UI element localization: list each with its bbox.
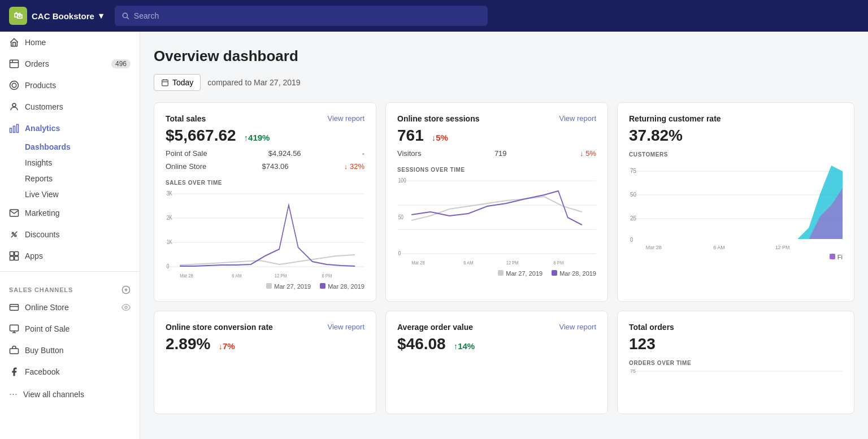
store-logo[interactable]: 🛍 CAC Bookstore ▾ <box>9 7 103 25</box>
customers-chart: 75 50 25 0 Mar 28 6 AM 12 PM <box>629 160 843 250</box>
dashboard-grid: Total sales View report $5,667.62 ↑419% … <box>154 102 854 302</box>
conversion-change: ↓7% <box>218 341 235 351</box>
buy-button-label: Buy Button <box>25 346 64 355</box>
home-label: Home <box>25 38 46 47</box>
orders-chart-label: ORDERS OVER TIME <box>629 360 843 366</box>
products-label: Products <box>25 81 56 90</box>
svg-rect-9 <box>14 126 15 132</box>
calendar-icon <box>161 79 169 86</box>
shopify-icon: 🛍 <box>9 7 27 25</box>
svg-text:Mar 28: Mar 28 <box>646 245 662 250</box>
orders-chart-preview: 75 <box>629 368 843 402</box>
svg-text:0: 0 <box>167 263 170 270</box>
returning-legend: Fi <box>629 254 843 260</box>
sessions-change: ↓5% <box>432 133 448 142</box>
sessions-header: Online store sessions View report <box>397 114 596 123</box>
svg-text:100: 100 <box>398 177 406 184</box>
customers-label: Customers <box>25 102 63 111</box>
sessions-chart-label: SESSIONS OVER TIME <box>397 167 596 173</box>
discounts-label: Discounts <box>25 230 59 239</box>
date-button[interactable]: Today <box>154 74 201 91</box>
svg-rect-15 <box>10 252 14 256</box>
total-sales-header: Total sales View report <box>166 114 364 123</box>
svg-rect-27 <box>162 80 168 86</box>
pos-label: Point of Sale <box>166 149 207 158</box>
sidebar-item-point-of-sale[interactable]: Point of Sale <box>0 318 140 340</box>
ellipsis-icon: ··· <box>9 388 18 400</box>
top-navigation: 🛍 CAC Bookstore ▾ <box>0 0 868 32</box>
svg-text:25: 25 <box>630 215 637 221</box>
os-change: ↓ 32% <box>344 162 364 171</box>
sidebar-item-online-store[interactable]: Online Store <box>0 297 140 318</box>
conversion-view-report[interactable]: View report <box>327 323 364 331</box>
svg-text:50: 50 <box>630 192 637 198</box>
search-icon <box>121 12 129 20</box>
facebook-label: Facebook <box>25 367 59 376</box>
svg-text:6 AM: 6 AM <box>232 272 241 279</box>
svg-rect-8 <box>10 128 12 133</box>
svg-point-13 <box>15 235 16 237</box>
svg-rect-17 <box>10 257 14 260</box>
sidebar-sub-reports[interactable]: Reports <box>25 171 140 186</box>
sessions-view-report[interactable]: View report <box>559 114 596 123</box>
svg-text:50: 50 <box>398 214 403 220</box>
sidebar-item-home[interactable]: Home <box>0 32 140 53</box>
sidebar-item-orders[interactable]: Orders 496 <box>0 53 140 75</box>
total-orders-title: Total orders <box>629 323 674 332</box>
conversion-rate-card: Online store conversion rate View report… <box>154 311 376 414</box>
sidebar-sub-dashboards[interactable]: Dashboards <box>25 139 140 155</box>
discounts-icon <box>9 229 19 240</box>
svg-rect-26 <box>10 349 19 354</box>
sales-channels-title: SALES CHANNELS <box>9 286 73 293</box>
pos-change: - <box>362 149 364 158</box>
svg-point-7 <box>12 103 16 107</box>
customers-chart-label: CUSTOMERS <box>629 151 843 158</box>
analytics-label: Analytics <box>25 124 60 133</box>
sidebar-item-marketing[interactable]: Marketing <box>0 202 140 224</box>
total-sales-title: Total sales <box>166 114 206 123</box>
sales-chart: 3K 2K 1K 0 Mar 28 6 AM 12 PM 6 PM <box>166 188 364 279</box>
search-input[interactable] <box>134 11 481 20</box>
svg-text:Mar 28: Mar 28 <box>180 272 193 279</box>
total-orders-header: Total orders <box>629 323 843 332</box>
compared-text: compared to Mar 27, 2019 <box>207 78 300 87</box>
sessions-title: Online store sessions <box>397 114 480 123</box>
sidebar-item-view-all-channels[interactable]: ··· View all channels <box>0 383 140 406</box>
svg-text:Mar 28: Mar 28 <box>411 259 425 266</box>
sidebar-divider <box>0 271 140 272</box>
visitors-value: 719 <box>494 149 507 158</box>
sidebar-item-apps[interactable]: Apps <box>0 245 140 267</box>
sidebar-sub-insights[interactable]: Insights <box>25 155 140 171</box>
buy-button-icon <box>9 345 19 355</box>
add-channel-icon[interactable] <box>121 285 131 294</box>
sessions-value: 761 <box>397 127 424 145</box>
marketing-label: Marketing <box>25 208 59 218</box>
app-body: Home Orders 496 Products Customers Analy… <box>0 32 868 439</box>
svg-text:12 PM: 12 PM <box>775 245 790 250</box>
sidebar-sub-live-view[interactable]: Live View <box>25 186 140 202</box>
total-sales-change: ↑419% <box>244 133 270 142</box>
returning-rate-header: Returning customer rate <box>629 114 843 123</box>
analytics-icon <box>9 123 19 133</box>
avg-order-change: ↑14% <box>454 341 475 351</box>
sidebar-item-discounts[interactable]: Discounts <box>0 224 140 245</box>
analytics-submenu: Dashboards Insights Reports Live View <box>0 139 140 202</box>
sidebar-item-facebook[interactable]: Facebook <box>0 361 140 383</box>
visitors-row: Visitors 719 ↓ 5% <box>397 147 596 160</box>
apps-label: Apps <box>25 251 43 260</box>
online-store-label: Online Store <box>25 303 69 312</box>
sidebar-item-customers[interactable]: Customers <box>0 96 140 118</box>
sidebar-item-buy-button[interactable]: Buy Button <box>0 340 140 361</box>
online-store-row: Online Store $743.06 ↓ 32% <box>166 160 364 173</box>
sessions-legend-dot2 <box>552 270 557 276</box>
sidebar-item-products[interactable]: Products <box>0 75 140 96</box>
returning-rate-value: 37.82% <box>629 127 683 144</box>
svg-text:2K: 2K <box>167 215 173 221</box>
date-label: Today <box>172 78 193 87</box>
search-bar[interactable] <box>115 6 488 26</box>
total-sales-view-report[interactable]: View report <box>327 114 364 123</box>
sidebar-item-analytics[interactable]: Analytics <box>0 118 140 139</box>
svg-text:12 PM: 12 PM <box>275 272 287 279</box>
avg-order-view-report[interactable]: View report <box>559 323 596 331</box>
sidebar: Home Orders 496 Products Customers Analy… <box>0 32 140 439</box>
